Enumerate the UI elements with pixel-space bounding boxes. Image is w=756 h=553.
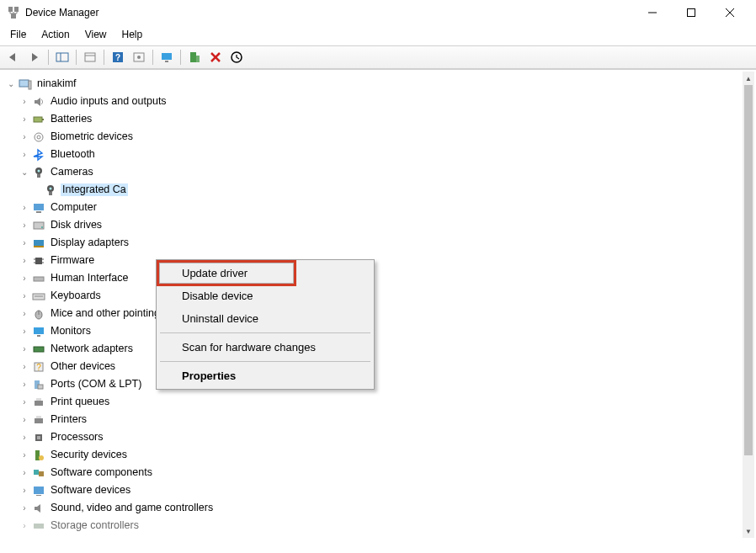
- back-button[interactable]: [3, 48, 24, 66]
- tree-item-sound[interactable]: › Sound, video and game controllers: [5, 499, 743, 517]
- tree-item-label[interactable]: Human Interface: [49, 272, 130, 284]
- tree-item-label[interactable]: Sound, video and game controllers: [49, 502, 215, 514]
- tree-item-processors[interactable]: › Processors: [5, 428, 743, 446]
- fingerprint-icon: [32, 130, 45, 144]
- svg-rect-25: [42, 119, 44, 120]
- tree-item-printers[interactable]: › Printers: [5, 411, 743, 428]
- expand-icon[interactable]: ›: [19, 432, 30, 444]
- expand-icon[interactable]: ›: [19, 449, 30, 461]
- expand-icon[interactable]: ›: [19, 520, 30, 532]
- tree-item-label[interactable]: Computer: [49, 201, 98, 214]
- tree-item-label[interactable]: Bluetooth: [49, 148, 97, 161]
- tree-item-print-queues[interactable]: › Print queues: [5, 393, 743, 411]
- tree-item-label[interactable]: Audio inputs and outputs: [49, 95, 168, 108]
- scan-hardware-button[interactable]: [129, 48, 149, 66]
- expand-icon[interactable]: ›: [19, 414, 30, 426]
- menu-file[interactable]: File: [3, 27, 33, 42]
- menu-view[interactable]: View: [78, 27, 114, 42]
- tree-item-label[interactable]: Biometric devices: [49, 130, 135, 143]
- tree-item-label[interactable]: Keyboards: [49, 290, 103, 302]
- expand-icon[interactable]: ›: [19, 308, 30, 320]
- context-uninstall-device[interactable]: Uninstall device: [158, 307, 372, 330]
- svg-rect-40: [35, 258, 42, 264]
- tree-item-disk-drives[interactable]: › Disk drives: [5, 216, 743, 234]
- tree-item-label[interactable]: Batteries: [49, 113, 93, 125]
- tree-item-label[interactable]: Ports (COM & LPT): [49, 378, 143, 391]
- forward-button[interactable]: [24, 48, 45, 66]
- expand-icon[interactable]: ›: [19, 502, 30, 514]
- expand-icon[interactable]: ›: [19, 485, 30, 497]
- properties-button[interactable]: [80, 48, 100, 66]
- tree-item-label[interactable]: Software devices: [49, 484, 132, 497]
- tree-item-label[interactable]: Firmware: [49, 254, 96, 267]
- tree-item-label[interactable]: Monitors: [49, 325, 93, 338]
- tree-item-security[interactable]: › Security devices: [5, 446, 743, 464]
- tree-item-batteries[interactable]: › Batteries: [5, 110, 743, 128]
- menu-action[interactable]: Action: [35, 27, 76, 42]
- toolbar-separator: [152, 50, 153, 65]
- tree-item-label[interactable]: Storage controllers: [49, 519, 141, 532]
- maximize-button[interactable]: [672, 0, 711, 25]
- tree-item-software-components[interactable]: › Software components: [5, 464, 743, 481]
- tree-item-label[interactable]: Integrated Ca: [61, 183, 128, 196]
- expand-icon[interactable]: ›: [19, 237, 30, 249]
- expand-icon[interactable]: ›: [19, 273, 30, 284]
- expand-icon[interactable]: ›: [19, 467, 30, 479]
- expand-icon[interactable]: ›: [19, 131, 30, 143]
- tree-root[interactable]: ⌄ ninakimf: [5, 75, 743, 93]
- context-separator: [160, 361, 370, 362]
- context-disable-device[interactable]: Disable device: [158, 284, 372, 307]
- tree-item-cameras[interactable]: ⌄ Cameras: [5, 163, 743, 181]
- tree-root-label[interactable]: ninakimf: [35, 77, 78, 90]
- sound-icon: [32, 502, 45, 515]
- collapse-icon[interactable]: ⌄: [5, 78, 17, 90]
- context-scan-hardware[interactable]: Scan for hardware changes: [158, 336, 372, 359]
- expand-icon[interactable]: ›: [19, 361, 30, 373]
- context-properties[interactable]: Properties: [158, 364, 372, 387]
- expand-icon[interactable]: ›: [19, 255, 30, 267]
- expand-icon[interactable]: ›: [19, 220, 30, 231]
- expand-icon[interactable]: ›: [19, 379, 30, 391]
- tree-item-storage[interactable]: › Storage controllers: [5, 517, 743, 534]
- vertical-scrollbar[interactable]: ▲ ▼: [743, 72, 754, 538]
- tree-item-label[interactable]: Software components: [49, 466, 154, 479]
- tree-item-label[interactable]: Printers: [49, 413, 88, 426]
- expand-icon[interactable]: ›: [19, 96, 30, 108]
- menu-help[interactable]: Help: [115, 27, 150, 42]
- tree-item-label[interactable]: Cameras: [49, 166, 95, 178]
- tree-item-bluetooth[interactable]: › Bluetooth: [5, 146, 743, 163]
- expand-icon[interactable]: ›: [19, 114, 30, 125]
- tree-item-label[interactable]: Disk drives: [49, 219, 104, 231]
- tree-item-display[interactable]: › Display adapters: [5, 234, 743, 252]
- tree-item-label[interactable]: Other devices: [49, 360, 117, 373]
- tree-item-label[interactable]: Display adapters: [49, 237, 130, 249]
- disable-button[interactable]: [226, 48, 247, 66]
- collapse-icon[interactable]: ⌄: [19, 167, 30, 178]
- tree-item-label[interactable]: Processors: [49, 431, 105, 444]
- tree-item-software-devices[interactable]: › Software devices: [5, 481, 743, 499]
- expand-icon[interactable]: ›: [19, 149, 30, 161]
- scroll-thumb[interactable]: [744, 85, 753, 455]
- tree-item-computer[interactable]: › Computer: [5, 199, 743, 216]
- tree-item-label[interactable]: Network adapters: [49, 343, 135, 355]
- scroll-down-button[interactable]: ▼: [743, 524, 754, 538]
- expand-icon[interactable]: ›: [19, 290, 30, 302]
- expand-icon[interactable]: ›: [19, 396, 30, 408]
- tree-item-audio[interactable]: › Audio inputs and outputs: [5, 93, 743, 110]
- tree-item-label[interactable]: Print queues: [49, 396, 111, 408]
- expand-icon[interactable]: ›: [19, 343, 30, 355]
- help-button[interactable]: ?: [108, 48, 128, 66]
- tree-item-biometric[interactable]: › Biometric devices: [5, 128, 743, 146]
- scroll-up-button[interactable]: ▲: [743, 72, 754, 85]
- monitor-button[interactable]: [157, 48, 177, 66]
- context-update-driver[interactable]: Update driver: [158, 262, 372, 284]
- tree-item-integrated-camera[interactable]: Integrated Ca: [5, 181, 743, 199]
- uninstall-button[interactable]: [205, 48, 226, 66]
- minimize-button[interactable]: [633, 0, 672, 25]
- expand-icon[interactable]: ›: [19, 326, 30, 338]
- update-driver-button[interactable]: [184, 48, 205, 66]
- show-hide-tree-button[interactable]: [52, 48, 72, 66]
- close-button[interactable]: [711, 0, 749, 25]
- expand-icon[interactable]: ›: [19, 202, 30, 214]
- tree-item-label[interactable]: Security devices: [49, 449, 129, 461]
